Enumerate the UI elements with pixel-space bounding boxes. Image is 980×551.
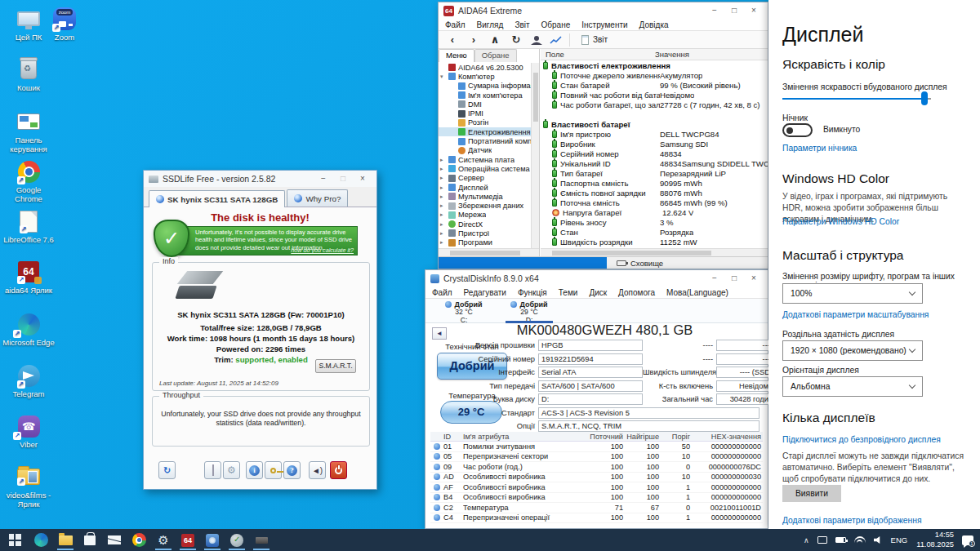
- tree-expand-icon[interactable]: ▸: [440, 221, 446, 228]
- smart-row[interactable]: 09 Час роботи (год.) 100 100 0 000000007…: [430, 462, 763, 473]
- tree-item[interactable]: ▸ Мережа: [439, 211, 531, 220]
- close-button[interactable]: ×: [745, 272, 763, 285]
- taskbar-crystaldiskinfo[interactable]: [201, 530, 224, 550]
- menu-item[interactable]: Файл: [445, 20, 466, 29]
- aida64-row[interactable]: Унікальний ID 48834Samsung SDIDELL TWCPG…: [541, 158, 768, 168]
- smart-header-row[interactable]: ID Ім'я атрибута Поточний Найгірше Поріг…: [430, 432, 763, 442]
- taskbar-explorer[interactable]: [54, 530, 77, 550]
- calculate-link[interactable]: how do you calculate it?: [291, 247, 354, 254]
- desktop-icon-chrome[interactable]: ↗ Google Chrome: [2, 159, 56, 204]
- tree-expand-icon[interactable]: ▸: [440, 193, 446, 200]
- up-icon[interactable]: ∧: [488, 33, 502, 46]
- wireless-display-link[interactable]: Підключитися до безпровідного дисплея: [782, 435, 967, 444]
- smart-row[interactable]: 01 Помилки зчитування 100 100 50 0000000…: [430, 442, 763, 452]
- aida64-row[interactable]: Поточна ємність 86845 mWh (99 %): [541, 198, 768, 207]
- tree-horizontal-scrollbar[interactable]: [439, 248, 539, 256]
- tab-drive[interactable]: SK hynix SC311 SATA 128GB: [149, 190, 285, 207]
- smart-button[interactable]: S.M.A.R.T.: [315, 359, 356, 373]
- cdi-titlebar[interactable]: CrystalDiskInfo 8.9.0 x64 − □ ×: [425, 270, 768, 287]
- column-headers[interactable]: Поле Значення: [541, 49, 768, 60]
- smart-row[interactable]: AF Особливості виробника 100 100 1 00000…: [430, 482, 763, 493]
- aida64-row[interactable]: Час роботи батареї, що залиш... 27728 с …: [541, 100, 768, 109]
- desktop-icon-viber[interactable]: ☎↗ Viber: [2, 414, 56, 450]
- menu-item[interactable]: Звіт: [514, 20, 529, 29]
- tree-item[interactable]: Електроживлення: [439, 127, 531, 136]
- taskbar-aida64[interactable]: 64: [176, 530, 199, 550]
- drive-selector[interactable]: Добрий 29 °C D:: [502, 300, 556, 322]
- tab-favorites[interactable]: Обране: [474, 49, 517, 62]
- desktop-icon-recycle-bin[interactable]: Кошик: [2, 57, 56, 93]
- clock[interactable]: 14:55 11.08.2025: [916, 531, 954, 549]
- menu-item[interactable]: Редагувати: [464, 288, 506, 297]
- aida64-row[interactable]: Поточне джерело живлення Акумулятор: [541, 70, 768, 80]
- tree-item[interactable]: IPMI: [439, 109, 531, 118]
- menu-item[interactable]: Вигляд: [477, 20, 504, 29]
- smart-row[interactable]: 05 Перепризначені сектори 100 100 10 000…: [430, 452, 763, 463]
- column-field[interactable]: Поле: [541, 50, 655, 59]
- tree-item[interactable]: ▸ Збереження даних: [439, 201, 531, 210]
- desktop-icon-video-films[interactable]: ↗ video&films - Ярлик: [2, 464, 56, 509]
- menu-item[interactable]: Мова(Language): [666, 288, 728, 297]
- user-icon[interactable]: [530, 35, 543, 45]
- sound-button[interactable]: ◄): [309, 461, 326, 479]
- menu-item[interactable]: Теми: [559, 288, 578, 297]
- resolution-dropdown[interactable]: 1920 × 1080 (рекомендовано): [782, 340, 923, 361]
- previous-drive-button[interactable]: ◄: [432, 327, 447, 340]
- column-value[interactable]: Значення: [655, 50, 689, 59]
- menu-item[interactable]: Інструменти: [581, 20, 627, 29]
- refresh-icon[interactable]: ↻: [509, 33, 523, 46]
- aida64-row[interactable]: Стан батарей 99 % (Високий рівень): [541, 80, 768, 90]
- taskbar-store[interactable]: [78, 530, 101, 550]
- tray-expand-icon[interactable]: ∧: [804, 536, 809, 544]
- report-button[interactable]: [204, 461, 221, 479]
- tree-item[interactable]: Сумарна інформація: [439, 82, 531, 91]
- taskbar-mail[interactable]: [103, 530, 126, 550]
- smart-row[interactable]: B4 Особливості виробника 100 100 1 00000…: [430, 493, 763, 504]
- tree-item[interactable]: ▸ Системна плата: [439, 155, 531, 164]
- close-button[interactable]: ×: [745, 4, 763, 17]
- aida64-row[interactable]: Стан Розрядка: [541, 227, 768, 237]
- tree-item[interactable]: Датчик: [439, 146, 531, 155]
- values-horizontal-scrollbar[interactable]: [541, 248, 768, 256]
- report-button[interactable]: Звіт: [577, 33, 612, 47]
- taskbar-disk-tool[interactable]: [250, 530, 273, 550]
- tab-why-pro[interactable]: Why Pro?: [287, 189, 348, 207]
- tree-item[interactable]: ▸ Сервер: [439, 174, 531, 183]
- tree-expand-icon[interactable]: ▸: [440, 202, 446, 209]
- smart-row[interactable]: AD Особливості виробника 100 100 10 0000…: [430, 473, 763, 483]
- settings-button[interactable]: ⚙: [223, 461, 240, 479]
- menu-item[interactable]: Довідка: [639, 20, 669, 29]
- advanced-scaling-link[interactable]: Додаткові параметри масштабування: [782, 310, 967, 319]
- desktop-icon-libreoffice[interactable]: ↗ LibreOffice 7.6: [2, 209, 56, 245]
- aida64-row[interactable]: Паспортна ємність 90995 mWh: [541, 178, 768, 188]
- tree-expand-icon[interactable]: ▸: [440, 184, 446, 191]
- chart-icon[interactable]: [550, 35, 563, 45]
- tree-expand-icon[interactable]: ▸: [440, 239, 446, 246]
- aida64-row[interactable]: Повний час роботи від батареї Невідомо: [541, 90, 768, 100]
- aida64-row[interactable]: Напруга батареї 12.624 V: [541, 207, 768, 217]
- tree-expand-icon[interactable]: ▸: [440, 166, 446, 172]
- taskbar-settings[interactable]: ⚙: [152, 530, 175, 550]
- menu-item[interactable]: Обране: [541, 20, 571, 29]
- drive-selector[interactable]: Добрий 32 °C C:: [437, 300, 491, 322]
- night-light-toggle[interactable]: [782, 123, 813, 137]
- menu-item[interactable]: Допомога: [618, 288, 655, 297]
- tree-vertical-scrollbar[interactable]: [531, 63, 539, 248]
- aida64-row[interactable]: Властивості електроживлення: [541, 60, 768, 70]
- taskbar-chrome[interactable]: [127, 530, 150, 550]
- ssdlife-titlebar[interactable]: SSDLife Free - version 2.5.82 − □ ×: [144, 171, 376, 187]
- aida64-row[interactable]: Рівень зносу 3 %: [541, 217, 768, 227]
- tree-item[interactable]: Ім'я комп'ютера: [439, 91, 531, 100]
- aida64-row[interactable]: Ім'я пристрою DELL TWCPG84: [541, 129, 768, 139]
- taskbar-edge[interactable]: [29, 530, 52, 550]
- register-key-button[interactable]: [265, 461, 282, 479]
- minimize-button[interactable]: −: [706, 272, 724, 285]
- battery-tray-icon[interactable]: [835, 537, 846, 543]
- info-button[interactable]: i: [246, 461, 263, 479]
- detect-button[interactable]: Виявити: [782, 485, 841, 502]
- night-light-settings-link[interactable]: Параметри нічника: [782, 144, 967, 153]
- tree-item[interactable]: ▸ DirectX: [439, 220, 531, 229]
- tree-expand-icon[interactable]: ▾: [440, 73, 446, 80]
- tree-item[interactable]: ▸ Дисплей: [439, 183, 531, 192]
- tree-item[interactable]: ▸ Мультимедіа: [439, 192, 531, 201]
